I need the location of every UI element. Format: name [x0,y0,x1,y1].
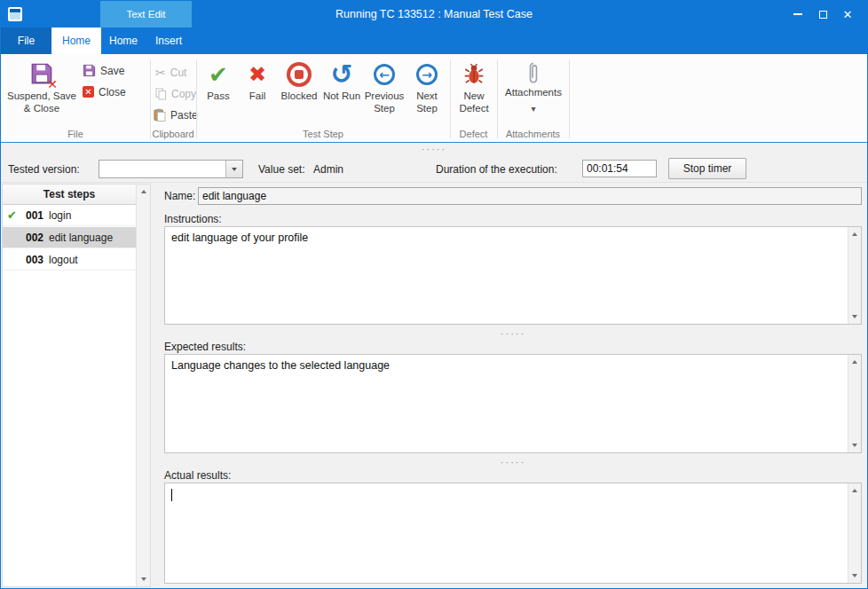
paste-icon [154,108,166,122]
not-run-button[interactable]: Not Run [320,57,363,135]
previous-arrow-icon: ← [374,64,395,85]
app-icon [8,7,22,21]
attachments-button[interactable]: Attachments [500,57,567,135]
scroll-up-button[interactable] [848,227,861,241]
tested-version-value [103,162,223,177]
value-set-value: Admin [313,163,343,176]
blocked-button[interactable]: Blocked [278,57,320,135]
pass-button[interactable]: Pass [200,57,237,135]
actual-results-scrollbar[interactable] [848,483,861,583]
blocked-stop-icon [287,62,312,87]
close-icon [843,8,853,21]
close-button[interactable] [835,4,860,25]
duration-label: Duration of the execution: [436,163,557,176]
scroll-up-button[interactable] [848,483,861,498]
triangle-down-icon [852,315,857,318]
not-run-undo-icon [330,61,352,88]
combobox-dropdown-button[interactable] [225,161,242,177]
tab-file[interactable]: File [1,27,51,54]
maximize-button[interactable] [810,4,835,25]
copy-icon [155,88,167,100]
suspend-save-close-button[interactable]: Suspend, Save & Close [6,57,77,135]
actual-results-label: Actual results: [164,469,231,482]
close-overlay-icon [47,77,58,91]
test-steps-scrollbar[interactable] [136,185,150,586]
instructions-textarea[interactable]: edit language of your profile [164,226,862,325]
test-step-row-001[interactable]: 001 login [3,205,136,226]
triangle-up-icon [141,190,146,193]
new-defect-button[interactable]: New Defect [453,57,495,135]
file-group-label: File [3,129,148,139]
test-steps-header: Test steps [3,185,136,205]
fail-button[interactable]: Fail [239,57,276,135]
triangle-down-icon [141,577,146,581]
clipboard-group-label: Clipboard [150,129,196,139]
expected-results-scrollbar[interactable] [848,355,861,452]
attachments-group-label: Attachments [497,129,569,139]
scroll-down-button[interactable] [137,572,150,586]
expected-splitter-grip[interactable] [164,456,862,468]
paperclip-icon [527,61,540,85]
group-divider [150,59,151,138]
tab-insert[interactable]: Insert [146,27,192,54]
titlebar: Text Edit Running TC 133512 : Manual Tes… [1,1,867,27]
group-divider [450,59,451,138]
group-divider [497,59,498,138]
app-window: Text Edit Running TC 133512 : Manual Tes… [0,0,868,589]
scroll-up-button[interactable] [848,355,861,369]
triangle-up-icon [852,360,857,364]
expected-results-label: Expected results: [164,341,246,353]
tested-version-combobox[interactable] [99,160,243,178]
window-title: Running TC 133512 : Manual Test Case [178,1,690,27]
copy-button[interactable]: Copy [155,84,196,103]
triangle-down-icon [852,444,857,447]
group-divider [569,59,570,138]
name-input[interactable] [198,187,862,205]
ribbon-splitter-grip[interactable] [1,143,867,155]
duration-input[interactable] [582,160,657,177]
close-ribbon-button[interactable]: Close [83,82,126,101]
group-divider [196,59,197,138]
tab-home-contextual[interactable]: Home [101,27,146,54]
scroll-down-button[interactable] [848,438,861,452]
instructions-label: Instructions: [164,213,222,225]
fail-x-icon [249,64,266,85]
next-arrow-icon: → [416,64,438,85]
text-caret [171,489,172,501]
ribbon-tab-row: File Home Home Insert [1,27,867,54]
test-step-row-002[interactable]: 002 edit language [3,227,136,248]
minimize-button[interactable] [785,4,810,25]
expected-results-textarea[interactable]: Language changes to the selected languag… [164,354,862,453]
save-icon [83,64,96,77]
tested-version-label: Tested version: [8,163,80,176]
stop-timer-button[interactable]: Stop timer [668,158,746,179]
triangle-down-icon [852,574,857,577]
defect-group-label: Defect [450,129,497,139]
attachments-dropdown-icon[interactable] [531,104,535,114]
actual-results-textarea[interactable] [164,483,862,584]
next-step-button[interactable]: → Next Step [407,57,446,135]
save-button[interactable]: Save [83,61,124,80]
paste-button[interactable]: Paste [154,106,198,124]
passed-check-icon [7,205,17,226]
scroll-down-button[interactable] [848,569,861,583]
maximize-icon [819,11,827,19]
previous-step-button[interactable]: ← Previous Step [363,57,406,135]
close-x-icon [83,86,94,98]
name-label: Name: [164,190,195,202]
minimize-icon [793,13,802,15]
ribbon: Suspend, Save & Close Save Close File Cu… [1,54,867,143]
test-step-row-003[interactable]: 003 logout [3,249,136,271]
instructions-splitter-grip[interactable] [164,327,862,340]
value-set-label: Value set: [258,163,304,176]
cut-button[interactable]: Cut [155,63,186,82]
scroll-up-button[interactable] [137,185,150,199]
execution-toolbar: Tested version: Value set: Admin Duratio… [1,155,867,183]
scissors-icon [155,67,166,79]
triangle-up-icon [852,489,857,492]
bug-icon [463,63,485,86]
scroll-down-button[interactable] [848,310,861,324]
instructions-scrollbar[interactable] [848,227,861,324]
tab-home-active[interactable]: Home [51,27,101,54]
chevron-down-icon [232,168,237,171]
